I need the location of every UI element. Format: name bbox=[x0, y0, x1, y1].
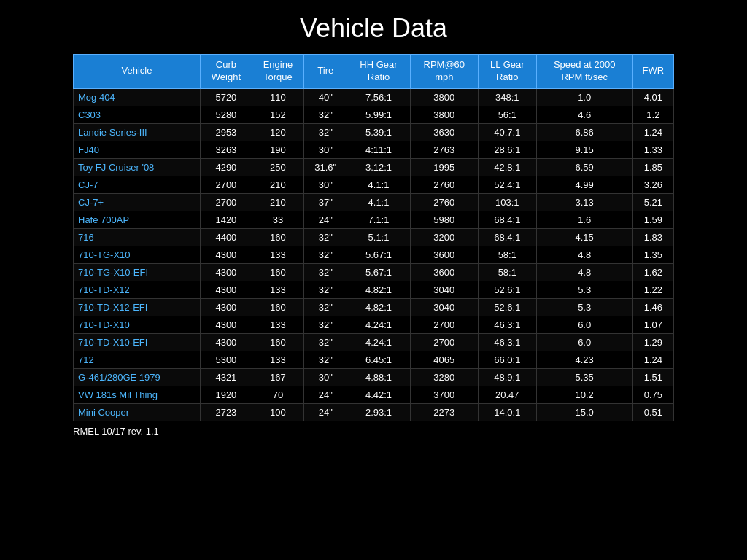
table-cell: 3800 bbox=[410, 88, 478, 106]
table-cell: 3600 bbox=[410, 263, 478, 281]
table-row: 710-TD-X12430013332"4.82:1304052.6:15.31… bbox=[74, 281, 674, 298]
col-tire: Tire bbox=[304, 55, 347, 89]
table-cell: 3.26 bbox=[632, 176, 673, 193]
table-row: Hafe 700AP14203324"7.1:1598068.4:11.61.5… bbox=[74, 211, 674, 228]
table-cell: 2760 bbox=[410, 176, 478, 193]
table-cell: 3200 bbox=[410, 228, 478, 246]
table-cell: 4400 bbox=[200, 228, 252, 246]
vehicle-name[interactable]: Toy FJ Cruiser '08 bbox=[74, 158, 201, 176]
table-cell: 103:1 bbox=[479, 193, 537, 211]
table-cell: 1.6 bbox=[536, 211, 632, 228]
table-cell: 24" bbox=[304, 403, 347, 421]
vehicle-name[interactable]: G-461/280GE 1979 bbox=[74, 368, 201, 386]
table-row: CJ-7+270021037"4.1:12760103:13.135.21 bbox=[74, 193, 674, 211]
table-cell: 4.24:1 bbox=[347, 316, 410, 333]
vehicle-name[interactable]: 710-TD-X10-EFI bbox=[74, 333, 201, 351]
table-cell: 190 bbox=[252, 141, 303, 158]
table-cell: 160 bbox=[252, 263, 303, 281]
table-cell: 4300 bbox=[200, 263, 252, 281]
table-cell: 30" bbox=[304, 368, 347, 386]
table-container: Vehicle CurbWeight EngineTorque Tire HH … bbox=[0, 54, 747, 421]
table-cell: 3700 bbox=[410, 386, 478, 403]
vehicle-name[interactable]: Mini Cooper bbox=[74, 403, 201, 421]
table-cell: 1920 bbox=[200, 386, 252, 403]
table-cell: 5.3 bbox=[536, 281, 632, 298]
table-cell: 42.8:1 bbox=[479, 158, 537, 176]
table-cell: 1.33 bbox=[632, 141, 673, 158]
vehicle-name[interactable]: FJ40 bbox=[74, 141, 201, 158]
table-row: CJ-7270021030"4.1:1276052.4:14.993.26 bbox=[74, 176, 674, 193]
table-cell: 31.6" bbox=[304, 158, 347, 176]
table-cell: 5.3 bbox=[536, 298, 632, 316]
table-cell: 152 bbox=[252, 106, 303, 123]
table-row: FJ40326319030"4:11:1276328.6:19.151.33 bbox=[74, 141, 674, 158]
table-cell: 32" bbox=[304, 298, 347, 316]
vehicle-name[interactable]: 710-TG-X10 bbox=[74, 246, 201, 263]
vehicle-name[interactable]: 710-TD-X12-EFI bbox=[74, 298, 201, 316]
table-cell: 4.6 bbox=[536, 106, 632, 123]
table-cell: 210 bbox=[252, 193, 303, 211]
table-cell: 32" bbox=[304, 228, 347, 246]
table-cell: 160 bbox=[252, 298, 303, 316]
table-cell: 68.4:1 bbox=[479, 228, 537, 246]
table-cell: 52.6:1 bbox=[479, 298, 537, 316]
table-cell: 1.35 bbox=[632, 246, 673, 263]
vehicle-name[interactable]: C303 bbox=[74, 106, 201, 123]
table-cell: 4.24:1 bbox=[347, 333, 410, 351]
table-cell: 6.0 bbox=[536, 316, 632, 333]
vehicle-name[interactable]: Hafe 700AP bbox=[74, 211, 201, 228]
table-cell: 3263 bbox=[200, 141, 252, 158]
table-cell: 15.0 bbox=[536, 403, 632, 421]
table-cell: 3630 bbox=[410, 123, 478, 141]
table-cell: 24" bbox=[304, 386, 347, 403]
table-cell: 58:1 bbox=[479, 246, 537, 263]
vehicle-name[interactable]: Mog 404 bbox=[74, 88, 201, 106]
vehicle-name[interactable]: 712 bbox=[74, 351, 201, 368]
table-cell: 5.21 bbox=[632, 193, 673, 211]
table-cell: 70 bbox=[252, 386, 303, 403]
table-cell: 5.35 bbox=[536, 368, 632, 386]
table-cell: 32" bbox=[304, 263, 347, 281]
table-cell: 1.0 bbox=[536, 88, 632, 106]
vehicle-name[interactable]: CJ-7 bbox=[74, 176, 201, 193]
table-cell: 32" bbox=[304, 281, 347, 298]
table-cell: 4.1:1 bbox=[347, 176, 410, 193]
table-cell: 2953 bbox=[200, 123, 252, 141]
table-row: 710-TG-X10-EFI430016032"5.67:1360058:14.… bbox=[74, 263, 674, 281]
vehicle-name[interactable]: 716 bbox=[74, 228, 201, 246]
table-cell: 1.24 bbox=[632, 351, 673, 368]
table-row: C303528015232"5.99:1380056:14.61.2 bbox=[74, 106, 674, 123]
vehicle-name[interactable]: CJ-7+ bbox=[74, 193, 201, 211]
vehicle-name[interactable]: Landie Series-III bbox=[74, 123, 201, 141]
table-cell: 40" bbox=[304, 88, 347, 106]
table-cell: 52.4:1 bbox=[479, 176, 537, 193]
table-row: Landie Series-III295312032"5.39:1363040.… bbox=[74, 123, 674, 141]
table-cell: 52.6:1 bbox=[479, 281, 537, 298]
vehicle-name[interactable]: 710-TD-X12 bbox=[74, 281, 201, 298]
table-cell: 14.0:1 bbox=[479, 403, 537, 421]
table-header-row: Vehicle CurbWeight EngineTorque Tire HH … bbox=[74, 55, 674, 89]
vehicle-name[interactable]: VW 181s Mil Thing bbox=[74, 386, 201, 403]
table-cell: 1.22 bbox=[632, 281, 673, 298]
table-cell: 28.6:1 bbox=[479, 141, 537, 158]
table-cell: 1.2 bbox=[632, 106, 673, 123]
table-cell: 24" bbox=[304, 211, 347, 228]
col-fwr: FWR bbox=[632, 55, 673, 89]
table-cell: 3040 bbox=[410, 281, 478, 298]
table-cell: 3800 bbox=[410, 106, 478, 123]
table-row: 710-TD-X12-EFI430016032"4.82:1304052.6:1… bbox=[74, 298, 674, 316]
table-cell: 46.3:1 bbox=[479, 333, 537, 351]
table-cell: 4321 bbox=[200, 368, 252, 386]
table-cell: 1.29 bbox=[632, 333, 673, 351]
col-rpm: RPM@60mph bbox=[410, 55, 478, 89]
vehicle-name[interactable]: 710-TD-X10 bbox=[74, 316, 201, 333]
table-cell: 133 bbox=[252, 246, 303, 263]
table-cell: 6.0 bbox=[536, 333, 632, 351]
vehicle-name[interactable]: 710-TG-X10-EFI bbox=[74, 263, 201, 281]
table-cell: 133 bbox=[252, 281, 303, 298]
table-cell: 1.46 bbox=[632, 298, 673, 316]
table-cell: 6.45:1 bbox=[347, 351, 410, 368]
table-cell: 0.51 bbox=[632, 403, 673, 421]
table-cell: 6.86 bbox=[536, 123, 632, 141]
table-row: 710-TG-X10430013332"5.67:1360058:14.81.3… bbox=[74, 246, 674, 263]
